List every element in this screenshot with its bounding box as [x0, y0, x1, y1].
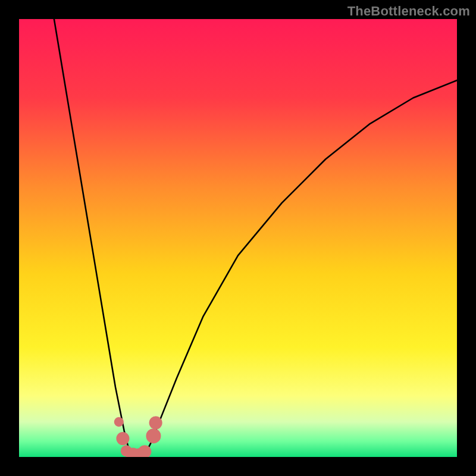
- curve-layer: [19, 19, 457, 457]
- curve-marker: [146, 428, 161, 443]
- bottleneck-curve: [54, 19, 457, 457]
- chart-frame: TheBottleneck.com: [0, 0, 476, 476]
- curve-marker: [114, 417, 124, 427]
- curve-marker: [116, 432, 129, 445]
- curve-markers: [114, 416, 162, 457]
- watermark-text: TheBottleneck.com: [347, 4, 470, 19]
- plot-area: [19, 19, 457, 457]
- curve-marker: [149, 416, 162, 430]
